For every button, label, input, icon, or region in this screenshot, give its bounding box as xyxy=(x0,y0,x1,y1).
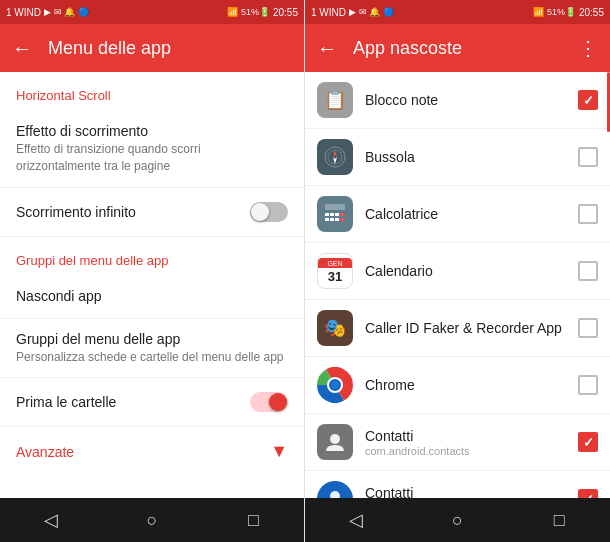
chrome-svg xyxy=(317,367,353,403)
cal-header: GEN xyxy=(318,258,352,268)
left-back-button[interactable]: ← xyxy=(12,37,32,60)
right-nav-recents[interactable]: □ xyxy=(529,510,589,531)
left-time: 20:55 xyxy=(273,7,298,18)
avanzate-label: Avanzate xyxy=(16,444,74,460)
app-icon-caller: 🎭 xyxy=(317,310,353,346)
svg-point-18 xyxy=(330,434,340,444)
gruppi-menu-title: Gruppi del menu delle app xyxy=(16,331,288,347)
left-status-right: 📶 51%🔋 20:55 xyxy=(227,7,298,18)
app-item-bussola[interactable]: Bussola xyxy=(305,129,610,186)
app-pkg-contatti1: com.android.contacts xyxy=(365,445,578,457)
right-toolbar-title: App nascoste xyxy=(353,38,562,59)
checkbox-calendario[interactable] xyxy=(578,261,598,281)
left-nav-back[interactable]: ◁ xyxy=(21,509,81,531)
checkbox-bussola[interactable] xyxy=(578,147,598,167)
app-info-contatti1: Contatti com.android.contacts xyxy=(365,428,578,457)
app-name-chrome: Chrome xyxy=(365,377,578,393)
svg-rect-7 xyxy=(330,213,334,216)
app-info-contatti2: Contatti com.google.android.contacts xyxy=(365,485,578,499)
avanzate-row[interactable]: Avanzate ▼ xyxy=(0,427,304,476)
scorrimento-infinito-row: Scorrimento infinito xyxy=(0,188,304,237)
right-carrier: 1 WIND xyxy=(311,7,346,18)
left-nav-recents[interactable]: □ xyxy=(223,510,283,531)
right-status-bar: 1 WIND ▶ ✉ 🔔 🔵 📶 51%🔋 20:55 xyxy=(305,0,610,24)
caller-icon-symbol: 🎭 xyxy=(324,317,346,339)
left-panel: 1 WIND ▶ ✉ 🔔 🔵 📶 51%🔋 20:55 ← Menu delle… xyxy=(0,0,305,542)
toggle-knob-on xyxy=(269,393,287,411)
app-icon-contatti1 xyxy=(317,424,353,460)
checkbox-contatti2[interactable] xyxy=(578,489,598,498)
right-signal: 📶 51%🔋 xyxy=(533,7,576,17)
app-name-bussola: Bussola xyxy=(365,149,578,165)
app-name-calcolatrice: Calcolatrice xyxy=(365,206,578,222)
app-item-blocco-note[interactable]: 📋 Blocco note xyxy=(305,72,610,129)
contatti2-svg xyxy=(324,488,346,498)
right-status-right: 📶 51%🔋 20:55 xyxy=(533,7,604,18)
app-item-calendario[interactable]: GEN 31 Calendario xyxy=(305,243,610,300)
checkbox-contatti1[interactable] xyxy=(578,432,598,452)
checkbox-blocco-note[interactable] xyxy=(578,90,598,110)
effetto-scorrimento-title: Effetto di scorrimento xyxy=(16,123,288,139)
bussola-svg xyxy=(324,146,346,168)
app-info-calendario: Calendario xyxy=(365,263,578,279)
app-info-caller: Caller ID Faker & Recorder App xyxy=(365,320,578,336)
right-toolbar: ← App nascoste ⋮ xyxy=(305,24,610,72)
right-nav-bar: ◁ ○ □ xyxy=(305,498,610,542)
checkbox-caller[interactable] xyxy=(578,318,598,338)
right-status-icons: ▶ ✉ 🔔 🔵 xyxy=(349,7,394,17)
svg-rect-9 xyxy=(340,213,344,216)
cal-month-label: GEN xyxy=(327,260,342,267)
cal-day: 31 xyxy=(328,269,342,284)
scorrimento-infinito-toggle[interactable] xyxy=(250,202,288,222)
app-name-blocco-note: Blocco note xyxy=(365,92,578,108)
left-toolbar: ← Menu delle app xyxy=(0,24,304,72)
left-nav-bar: ◁ ○ □ xyxy=(0,498,304,542)
scorrimento-infinito-label: Scorrimento infinito xyxy=(16,204,136,220)
left-status-left: 1 WIND ▶ ✉ 🔔 🔵 xyxy=(6,7,89,18)
right-menu-button[interactable]: ⋮ xyxy=(578,36,598,60)
app-list: 📋 Blocco note Bussola xyxy=(305,72,610,498)
left-toolbar-title: Menu delle app xyxy=(48,38,292,59)
svg-rect-11 xyxy=(330,218,334,221)
gruppi-menu-subtitle: Personalizza schede e cartelle del menu … xyxy=(16,349,288,366)
right-nav-home[interactable]: ○ xyxy=(427,510,487,531)
contatti1-svg xyxy=(324,431,346,453)
app-name-contatti1: Contatti xyxy=(365,428,578,444)
app-icon-blocco-note: 📋 xyxy=(317,82,353,118)
app-item-caller[interactable]: 🎭 Caller ID Faker & Recorder App xyxy=(305,300,610,357)
gruppi-menu-item[interactable]: Gruppi del menu delle app Personalizza s… xyxy=(0,319,304,379)
left-carrier: 1 WIND xyxy=(6,7,41,18)
app-item-chrome[interactable]: Chrome xyxy=(305,357,610,414)
prima-cartelle-row: Prima le cartelle xyxy=(0,378,304,427)
app-icon-chrome xyxy=(317,367,353,403)
nascondi-app-item[interactable]: Nascondi app xyxy=(0,276,304,319)
app-info-chrome: Chrome xyxy=(365,377,578,393)
right-panel: 1 WIND ▶ ✉ 🔔 🔵 📶 51%🔋 20:55 ← App nascos… xyxy=(305,0,610,542)
app-icon-contatti2 xyxy=(317,481,353,498)
app-icon-calcolatrice xyxy=(317,196,353,232)
app-item-contatti2[interactable]: Contatti com.google.android.contacts xyxy=(305,471,610,498)
svg-rect-5 xyxy=(325,204,345,210)
svg-point-19 xyxy=(330,491,340,498)
svg-rect-13 xyxy=(340,218,344,221)
nascondi-app-title: Nascondi app xyxy=(16,288,288,304)
app-item-contatti1[interactable]: Contatti com.android.contacts xyxy=(305,414,610,471)
app-info-blocco-note: Blocco note xyxy=(365,92,578,108)
left-nav-home[interactable]: ○ xyxy=(122,510,182,531)
app-name-contatti2: Contatti xyxy=(365,485,578,499)
checkbox-calcolatrice[interactable] xyxy=(578,204,598,224)
svg-rect-10 xyxy=(325,218,329,221)
app-icon-calendario: GEN 31 xyxy=(317,253,353,289)
right-nav-back[interactable]: ◁ xyxy=(326,509,386,531)
prima-cartelle-label: Prima le cartelle xyxy=(16,394,116,410)
right-back-button[interactable]: ← xyxy=(317,37,337,60)
checkbox-chrome[interactable] xyxy=(578,375,598,395)
right-time: 20:55 xyxy=(579,7,604,18)
right-status-left: 1 WIND ▶ ✉ 🔔 🔵 xyxy=(311,7,394,18)
app-info-bussola: Bussola xyxy=(365,149,578,165)
prima-cartelle-toggle[interactable] xyxy=(250,392,288,412)
svg-rect-8 xyxy=(335,213,339,216)
effetto-scorrimento-item: Effetto di scorrimento Effetto di transi… xyxy=(0,111,304,188)
calc-svg xyxy=(321,200,349,228)
app-item-calcolatrice[interactable]: Calcolatrice xyxy=(305,186,610,243)
